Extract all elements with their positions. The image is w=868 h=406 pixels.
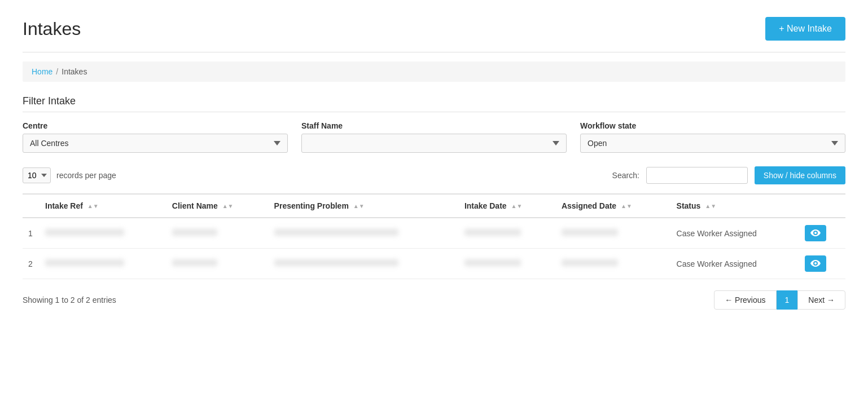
intakes-table: Intake Ref ▲▼ Client Name ▲▼ Presenting … [23, 193, 845, 279]
row-2-assigned-date [556, 249, 671, 279]
col-intake-date[interactable]: Intake Date ▲▼ [459, 194, 556, 218]
row-2-presenting-problem-value [274, 259, 398, 266]
next-button[interactable]: Next → [797, 290, 845, 310]
row-2-client-name [166, 249, 269, 279]
sort-client-name-icon: ▲▼ [222, 204, 234, 209]
table-header: Intake Ref ▲▼ Client Name ▲▼ Presenting … [23, 194, 845, 218]
row-2-status: Case Worker Assigned [671, 249, 800, 279]
search-input[interactable] [646, 167, 748, 184]
col-client-name[interactable]: Client Name ▲▼ [166, 194, 269, 218]
row-2-intake-ref [40, 249, 166, 279]
previous-button[interactable]: ← Previous [714, 290, 776, 310]
sort-intake-date-icon: ▲▼ [511, 204, 522, 209]
header-row: Intake Ref ▲▼ Client Name ▲▼ Presenting … [23, 194, 845, 218]
pagination: ← Previous 1 Next → [714, 290, 845, 310]
records-per-page-select[interactable]: 10 25 50 [23, 167, 51, 183]
row-1-actions [799, 218, 845, 249]
row-1-presenting-problem-value [274, 229, 398, 236]
records-label: records per page [56, 171, 116, 180]
workflow-label: Workflow state [580, 121, 845, 130]
row-1-presenting-problem [269, 218, 459, 249]
sort-status-icon: ▲▼ [705, 204, 716, 209]
staff-filter-group: Staff Name [301, 121, 567, 153]
col-actions [799, 194, 845, 218]
col-client-name-label: Client Name [172, 201, 218, 210]
row-1-intake-date-value [464, 229, 521, 236]
table-footer: Showing 1 to 2 of 2 entries ← Previous 1… [23, 290, 845, 310]
row-2-assigned-date-value [562, 259, 618, 266]
row-1-assigned-date [556, 218, 671, 249]
row-1-client-name-value [172, 229, 217, 236]
page-title: Intakes [23, 19, 81, 39]
staff-label: Staff Name [301, 121, 567, 130]
row-1-intake-ref-value [45, 229, 124, 236]
filter-title: Filter Intake [23, 95, 845, 112]
table-body: 1 Case Worker Assigned [23, 218, 845, 279]
filter-row: Centre All Centres Staff Name Workflow s… [23, 121, 845, 153]
centre-select[interactable]: All Centres [23, 134, 288, 153]
toolbar: 10 25 50 records per page Search: Show /… [23, 166, 845, 184]
workflow-select[interactable]: Open Closed All [580, 134, 845, 153]
col-intake-ref[interactable]: Intake Ref ▲▼ [40, 194, 166, 218]
row-1-view-button[interactable] [805, 225, 826, 241]
sort-assigned-date-icon: ▲▼ [621, 204, 632, 209]
header-divider [23, 52, 845, 52]
records-per-page: 10 25 50 records per page [23, 167, 116, 183]
eye-icon [810, 230, 821, 236]
search-label: Search: [612, 171, 639, 180]
sort-presenting-problem-icon: ▲▼ [353, 204, 365, 209]
row-1-intake-date [459, 218, 556, 249]
row-2-client-name-value [172, 259, 217, 266]
col-status-label: Status [677, 201, 701, 210]
col-intake-ref-label: Intake Ref [45, 201, 83, 210]
row-2-num: 2 [23, 249, 40, 279]
col-presenting-problem[interactable]: Presenting Problem ▲▼ [269, 194, 459, 218]
new-intake-button[interactable]: + New Intake [765, 17, 845, 41]
workflow-filter-group: Workflow state Open Closed All [580, 121, 845, 153]
staff-select[interactable] [301, 134, 567, 153]
breadcrumb: Home / Intakes [23, 61, 845, 82]
search-area: Search: Show / hide columns [612, 166, 845, 184]
eye-icon [810, 260, 821, 267]
row-1-num: 1 [23, 218, 40, 249]
breadcrumb-separator: / [56, 67, 58, 76]
table-row: 2 Case Worker Assigned [23, 249, 845, 279]
row-1-status: Case Worker Assigned [671, 218, 800, 249]
row-2-intake-date [459, 249, 556, 279]
row-1-intake-ref [40, 218, 166, 249]
row-2-view-button[interactable] [805, 255, 826, 272]
filter-section: Filter Intake Centre All Centres Staff N… [23, 95, 845, 153]
page-header: Intakes + New Intake [23, 17, 845, 41]
col-assigned-date[interactable]: Assigned Date ▲▼ [556, 194, 671, 218]
showing-text: Showing 1 to 2 of 2 entries [23, 295, 116, 304]
sort-intake-ref-icon: ▲▼ [87, 204, 99, 209]
breadcrumb-current: Intakes [62, 67, 87, 76]
row-1-client-name [166, 218, 269, 249]
page-1-button[interactable]: 1 [777, 290, 798, 310]
centre-filter-group: Centre All Centres [23, 121, 288, 153]
row-2-intake-ref-value [45, 259, 124, 266]
show-hide-columns-button[interactable]: Show / hide columns [755, 166, 845, 184]
col-presenting-problem-label: Presenting Problem [274, 201, 349, 210]
row-2-actions [799, 249, 845, 279]
centre-label: Centre [23, 121, 288, 130]
col-intake-date-label: Intake Date [464, 201, 507, 210]
col-num [23, 194, 40, 218]
row-1-assigned-date-value [562, 229, 618, 236]
row-2-intake-date-value [464, 259, 521, 266]
breadcrumb-home[interactable]: Home [32, 67, 52, 76]
col-status[interactable]: Status ▲▼ [671, 194, 800, 218]
row-2-presenting-problem [269, 249, 459, 279]
col-assigned-date-label: Assigned Date [562, 201, 616, 210]
table-row: 1 Case Worker Assigned [23, 218, 845, 249]
